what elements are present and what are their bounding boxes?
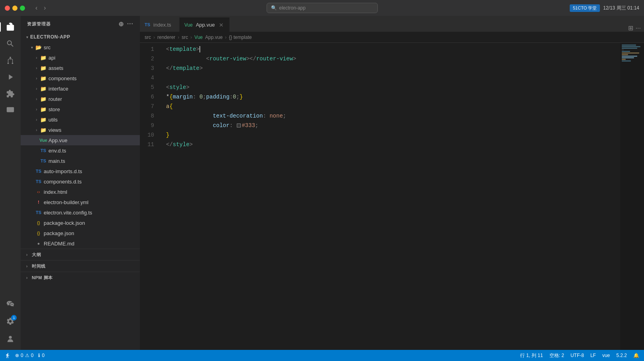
minimap-line-10: [622, 59, 626, 60]
npm-section-header[interactable]: › NPM 脚本: [21, 272, 140, 283]
settings-badge: 1: [11, 315, 17, 320]
maximize-button[interactable]: [20, 6, 25, 11]
folder-icon: 📁: [40, 86, 47, 92]
status-info[interactable]: ℹ 0: [38, 353, 44, 358]
code-editor[interactable]: 1 2 3 4 5 6 7 8 9 10 11 <template> <ro: [140, 43, 644, 350]
status-line-ending[interactable]: LF: [590, 353, 596, 358]
split-editor-icon[interactable]: ⊞: [628, 24, 633, 32]
ts-file-icon: TS: [40, 148, 47, 153]
status-encoding[interactable]: UTF-8: [571, 353, 584, 358]
error-icon: ⊗: [15, 353, 19, 358]
tree-item-interface[interactable]: › 📁 interface: [21, 83, 140, 94]
tree-item-app-vue[interactable]: Vue App.vue: [21, 135, 140, 145]
tab-index-ts[interactable]: TS index.ts: [140, 17, 180, 32]
search-text: electron-app: [279, 5, 306, 11]
titlebar-right: 51CTO 学堂 12/13 周三 01:14: [570, 4, 639, 12]
tree-item-index-html[interactable]: ‹› index.html: [21, 187, 140, 197]
folder-icon: 📁: [40, 75, 47, 81]
timeline-section: › 时间线: [21, 260, 140, 272]
status-version[interactable]: 5.2.2: [616, 353, 627, 358]
tag-close-template: </: [166, 64, 173, 73]
tab-bar-actions: ⊞ ···: [625, 24, 644, 32]
tree-item-api[interactable]: › 📁 api: [21, 52, 140, 63]
outline-section-header[interactable]: › 大纲: [21, 249, 140, 260]
code-content[interactable]: <template> <router-view></router-view> <…: [160, 43, 620, 350]
css-brace-close: }: [240, 92, 243, 102]
tree-root-folder[interactable]: ▾ ELECTRON-APP: [21, 32, 140, 42]
activity-wechat[interactable]: [2, 296, 18, 312]
folder-icon: 📁: [40, 55, 47, 61]
breadcrumb-src2[interactable]: src: [182, 35, 188, 40]
tree-item-package-lock-json[interactable]: {} package-lock.json: [21, 218, 140, 228]
tree-item-router[interactable]: › 📁 router: [21, 94, 140, 104]
tree-item-auto-imports[interactable]: TS auto-imports.d.ts: [21, 166, 140, 176]
status-spaces[interactable]: 空格: 2: [549, 352, 564, 359]
tab-close-button[interactable]: ✕: [218, 22, 224, 28]
version-text: 5.2.2: [616, 353, 627, 358]
status-notifications[interactable]: 🔔: [633, 353, 639, 358]
css-brace-a-close: }: [166, 130, 169, 140]
minimize-button[interactable]: [12, 6, 17, 11]
timeline-section-header[interactable]: › 时间线: [21, 261, 140, 272]
breadcrumb-renderer[interactable]: renderer: [157, 35, 175, 40]
close-button[interactable]: [5, 6, 10, 11]
tree-item-store[interactable]: › 📁 store: [21, 104, 140, 114]
chevron-right-icon: ›: [24, 264, 30, 268]
tree-item-package-json[interactable]: {} package.json: [21, 228, 140, 238]
code-line-3: </template>: [166, 64, 620, 73]
css-color: color: [213, 121, 230, 130]
titlebar-search[interactable]: 🔍 electron-app: [267, 3, 378, 13]
tree-item-electron-vite-config[interactable]: TS electron.vite.config.ts: [21, 207, 140, 218]
tree-item-utils[interactable]: › 📁 utils: [21, 114, 140, 125]
more-options-icon[interactable]: ···: [127, 20, 133, 28]
activity-extensions[interactable]: [2, 86, 18, 102]
activity-account[interactable]: [2, 331, 18, 347]
new-file-icon[interactable]: ⊕: [118, 20, 124, 28]
tree-item-readme[interactable]: ● README.md: [21, 238, 140, 249]
css-brace-open: {: [169, 92, 172, 102]
breadcrumb-app-vue[interactable]: App.vue: [205, 35, 222, 40]
folder-open-icon: 📂: [35, 44, 42, 50]
tree-label-views: views: [48, 127, 62, 133]
tree-item-electron-builder-yml[interactable]: ! electron-builder.yml: [21, 197, 140, 207]
chevron-right-icon: ›: [33, 118, 40, 122]
activity-remote[interactable]: [2, 102, 18, 118]
tree-item-components-dts[interactable]: TS components.d.ts: [21, 176, 140, 187]
nav-back-button[interactable]: ‹: [33, 4, 40, 12]
tree-label-src: src: [44, 44, 50, 50]
tree-label-electron-builder-yml: electron-builder.yml: [44, 199, 89, 205]
outline-label: 大纲: [32, 252, 41, 258]
tree-item-assets[interactable]: › 📁 assets: [21, 63, 140, 73]
css-colon-4: :: [230, 121, 233, 130]
breadcrumb-vue-icon: Vue: [194, 35, 203, 40]
position-text: 行 1, 列 11: [520, 352, 543, 359]
activity-run[interactable]: [2, 69, 18, 85]
breadcrumb-src[interactable]: src: [145, 35, 151, 40]
css-colon: :: [193, 92, 196, 102]
tree-item-src[interactable]: ▾ 📂 src: [21, 42, 140, 52]
status-errors[interactable]: ⊗ 0 ⚠ 0: [15, 353, 33, 358]
code-line-5: <style>: [166, 83, 620, 92]
status-language[interactable]: vue: [602, 353, 610, 358]
status-bar: ⊗ 0 ⚠ 0 ℹ 0 行 1, 列 11 空格: 2 UTF-8 LF vue…: [0, 350, 644, 361]
activity-explorer[interactable]: [2, 19, 18, 35]
status-position[interactable]: 行 1, 列 11: [520, 352, 543, 359]
tab-label-index-ts: index.ts: [153, 22, 171, 28]
tree-item-env-dts[interactable]: TS env.d.ts: [21, 145, 140, 156]
activity-settings[interactable]: 1: [2, 313, 18, 329]
more-tab-actions-icon[interactable]: ···: [636, 25, 641, 32]
tree-item-main-ts[interactable]: TS main.ts: [21, 156, 140, 166]
tree-item-views[interactable]: › 📁 views: [21, 125, 140, 135]
nav-forward-button[interactable]: ›: [41, 4, 48, 12]
tag-close-2: >: [246, 54, 249, 64]
sidebar-content: ▾ ELECTRON-APP ▾ 📂 src › 📁 api › 📁 asset…: [21, 32, 140, 350]
activity-source-control[interactable]: [2, 52, 18, 68]
css-margin: margin: [173, 92, 193, 102]
tree-item-components[interactable]: › 📁 components: [21, 73, 140, 83]
tab-app-vue[interactable]: Vue App.vue ✕: [180, 17, 230, 32]
breadcrumb-template[interactable]: {} template: [229, 35, 251, 40]
status-remote[interactable]: [5, 353, 10, 358]
activity-search[interactable]: [2, 36, 18, 52]
css-semi-3: ;: [283, 111, 286, 121]
chevron-right-icon: ›: [33, 107, 40, 112]
